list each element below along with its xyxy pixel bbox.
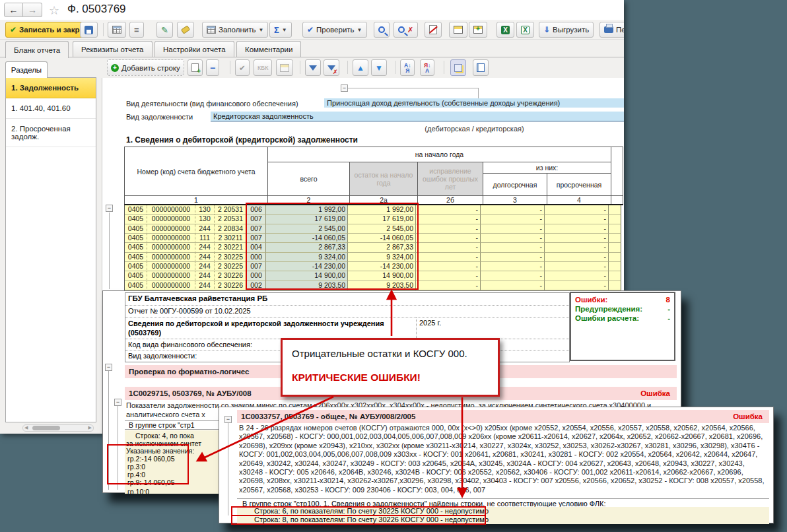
sidebar-item-overdue[interactable]: 2. Просроченная задолж. xyxy=(6,119,96,147)
table-cell[interactable] xyxy=(609,224,621,234)
table-cell[interactable]: 111 xyxy=(195,234,215,243)
table-cell[interactable]: 0000000000 xyxy=(147,262,195,271)
tab-report-settings[interactable]: Настройки отчета xyxy=(154,41,234,57)
tab-comments[interactable]: Комментарии xyxy=(236,41,301,57)
table-cell[interactable]: - xyxy=(545,234,609,243)
table-cell[interactable]: - xyxy=(416,215,481,224)
table-cell[interactable] xyxy=(609,253,621,262)
forward-icon[interactable]: → xyxy=(23,3,42,17)
export-button[interactable]: ⇓ Выгрузить xyxy=(539,22,594,38)
table-cell[interactable]: 0405 xyxy=(125,215,147,224)
table-cell[interactable]: 244 xyxy=(195,243,215,252)
table-add-button[interactable] xyxy=(469,22,487,38)
tab-report-details[interactable]: Реквизиты отчета xyxy=(73,41,153,57)
strike-document-button[interactable] xyxy=(425,22,442,38)
table-cell[interactable] xyxy=(609,205,621,215)
table-cell[interactable]: - xyxy=(545,271,609,281)
scroll-left-icon[interactable]: ◀ xyxy=(24,425,28,430)
table-cell[interactable]: - xyxy=(545,224,609,234)
table-cell[interactable]: 130 xyxy=(195,205,215,215)
fill-button[interactable]: Заполнить ▼ xyxy=(202,22,268,38)
table-cell[interactable]: 0000000000 xyxy=(147,243,195,252)
tab-sections[interactable]: Разделы xyxy=(5,61,48,78)
table-cell[interactable] xyxy=(609,243,621,252)
move-up-button[interactable]: ▲ xyxy=(353,59,368,76)
table-cell[interactable]: - xyxy=(545,215,609,224)
table-cell[interactable]: 2 30226 xyxy=(214,281,247,290)
table-cell[interactable]: - xyxy=(545,281,609,290)
debt-type-field[interactable]: Кредиторская задолженность xyxy=(211,112,624,121)
table-cell[interactable]: 0000000000 xyxy=(147,281,195,290)
table-cell[interactable]: - xyxy=(481,205,545,215)
table-cell[interactable]: - xyxy=(545,253,609,262)
table-cell[interactable]: 0405 xyxy=(125,205,147,215)
table-cell[interactable]: 2 30226 xyxy=(214,271,247,281)
table-view-button[interactable] xyxy=(108,22,126,38)
excel-button[interactable]: X xyxy=(496,22,514,38)
table-cell[interactable]: - xyxy=(481,234,545,243)
table-cell[interactable]: 0000000000 xyxy=(147,205,195,215)
table-settings-button[interactable] xyxy=(449,22,467,38)
table-cell[interactable]: - xyxy=(416,224,481,234)
table-cell[interactable]: - xyxy=(481,215,545,224)
table-cell[interactable]: - xyxy=(481,253,545,262)
erase-button[interactable] xyxy=(177,22,194,38)
table-cell[interactable]: - xyxy=(416,234,481,243)
check-report-button[interactable]: ✔ Проверить ▼ xyxy=(302,22,367,38)
table-cell[interactable]: - xyxy=(416,243,481,252)
collapse-icon[interactable]: − xyxy=(341,84,348,92)
table-cell[interactable]: - xyxy=(416,271,481,281)
table-cell[interactable]: - xyxy=(416,262,481,271)
collapse-icon[interactable]: − xyxy=(106,205,113,212)
edit-button[interactable]: ✎ xyxy=(156,22,173,38)
table-cell[interactable]: - xyxy=(545,262,609,271)
sum-button[interactable]: Σ ▼ xyxy=(269,22,292,38)
back-icon[interactable]: ← xyxy=(4,3,23,17)
filter-button[interactable] xyxy=(305,59,321,76)
table-cell[interactable]: - xyxy=(481,271,545,281)
column-fit-button[interactable] xyxy=(473,59,489,76)
table-cell[interactable]: 244 xyxy=(195,281,215,290)
table-cell[interactable]: 0000000000 xyxy=(147,271,195,281)
sidebar-item-401[interactable]: 1. 401.40, 401.60 xyxy=(6,98,96,119)
collapse-icon[interactable]: − xyxy=(105,364,112,371)
move-down-button[interactable]: ▼ xyxy=(371,59,387,76)
sidebar-item-debt[interactable]: 1. Задолженность xyxy=(6,78,96,98)
list-view-button[interactable]: ≡ xyxy=(129,22,144,38)
table-cell[interactable]: 0405 xyxy=(125,271,147,281)
table-cell[interactable]: 2 20834 xyxy=(214,224,247,234)
add-row-button[interactable]: + Добавить строку xyxy=(107,59,184,76)
delete-row-button[interactable]: − xyxy=(206,59,219,76)
table-cell[interactable] xyxy=(609,262,621,271)
table-cell[interactable]: 244 xyxy=(195,224,215,234)
sort-asc-button[interactable]: А↓Я xyxy=(400,59,415,76)
table-cell[interactable]: 0405 xyxy=(125,253,147,262)
table-cell[interactable]: 0000000000 xyxy=(147,253,195,262)
table-cell[interactable]: 2 20531 xyxy=(214,215,247,224)
table-cell[interactable]: - xyxy=(481,243,545,252)
save-button[interactable] xyxy=(80,22,98,38)
zoom-cancel-button[interactable]: ✗ xyxy=(394,22,418,38)
table-cell[interactable]: 0405 xyxy=(125,234,147,243)
table-cell[interactable]: 0405 xyxy=(125,262,147,271)
excel-export-button[interactable]: X xyxy=(516,22,534,38)
table-cell[interactable]: - xyxy=(416,281,481,290)
table-cell[interactable]: - xyxy=(481,281,545,290)
table-cell[interactable]: 2 30221 xyxy=(214,243,247,252)
table-cell[interactable]: 130 xyxy=(195,215,215,224)
table-cell[interactable]: 0000000000 xyxy=(147,224,195,234)
save-and-close-button[interactable]: ✔ Записать и закр. xyxy=(5,22,86,38)
kbk-button[interactable]: КБК xyxy=(254,59,272,76)
favorite-star-icon[interactable]: ☆ xyxy=(49,3,59,18)
activity-value-field[interactable]: Приносящая доход деятельность (собственн… xyxy=(324,98,624,108)
table-cell[interactable]: 0405 xyxy=(125,243,147,252)
table-cell[interactable]: 244 xyxy=(195,271,215,281)
table-cell[interactable]: - xyxy=(545,243,609,252)
table-cell[interactable] xyxy=(609,215,621,224)
scroll-right-icon[interactable]: ▶ xyxy=(88,425,92,430)
copy-row-button[interactable] xyxy=(188,59,203,76)
clear-filter-button[interactable] xyxy=(324,59,339,76)
table-cell[interactable] xyxy=(609,271,621,281)
collapse-icon[interactable]: − xyxy=(224,416,232,423)
table-cell[interactable]: - xyxy=(481,224,545,234)
